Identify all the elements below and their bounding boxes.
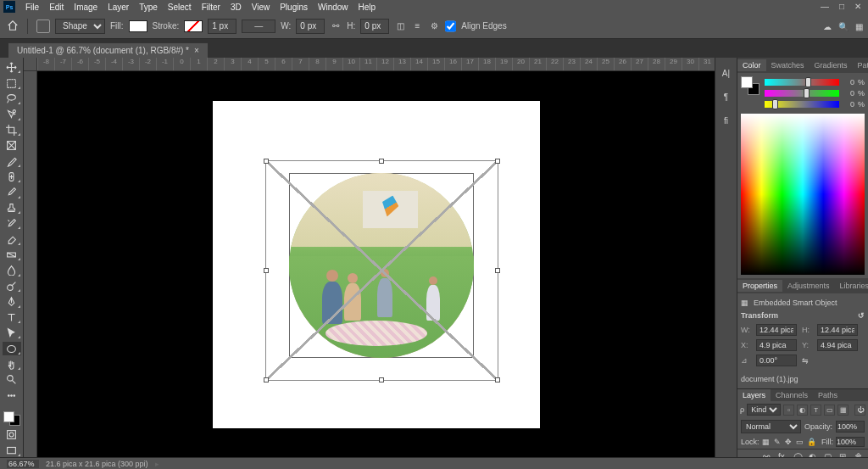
menu-filter[interactable]: Filter <box>197 3 225 12</box>
eraser-tool[interactable] <box>3 232 21 245</box>
tab-adjustments[interactable]: Adjustments <box>782 280 835 292</box>
marquee-tool[interactable] <box>3 76 21 89</box>
character-panel-icon[interactable]: A| <box>720 66 733 80</box>
link-wh-icon[interactable]: ⚯ <box>330 20 342 32</box>
edit-toolbar-icon[interactable] <box>3 389 21 402</box>
filter-shape-icon[interactable]: ▭ <box>824 405 835 416</box>
canvas[interactable] <box>213 101 540 428</box>
color-slider-0[interactable] <box>765 79 839 86</box>
menu-select[interactable]: Select <box>163 3 197 12</box>
foreground-color[interactable] <box>3 411 14 422</box>
type-tool[interactable] <box>3 311 21 324</box>
menu-window[interactable]: Window <box>313 3 353 12</box>
flip-h-icon[interactable]: ⇋ <box>802 356 809 365</box>
color-spectrum[interactable] <box>741 114 865 275</box>
menu-layer[interactable]: Layer <box>103 3 134 12</box>
lock-transparency-icon[interactable]: ▦ <box>762 437 771 447</box>
document-tab[interactable]: Untitled-1 @ 66.7% (document (1), RGB/8#… <box>8 42 208 58</box>
path-align-icon[interactable]: ≡ <box>411 20 423 32</box>
color-slider-1[interactable] <box>765 90 839 97</box>
screen-mode-icon[interactable] <box>3 444 21 456</box>
tab-libraries[interactable]: Libraries <box>835 280 868 292</box>
tab-channels[interactable]: Channels <box>771 389 813 401</box>
horizontal-ruler[interactable]: -8-7-6-5-4-3-2-1012345678910111213141516… <box>37 58 715 71</box>
tab-paths[interactable]: Paths <box>813 389 843 401</box>
menu-edit[interactable]: Edit <box>44 3 69 12</box>
crop-tool[interactable] <box>3 124 21 137</box>
path-ops-icon[interactable]: ◫ <box>394 20 406 32</box>
lock-position-icon[interactable]: ✥ <box>784 437 793 447</box>
gradient-tool[interactable] <box>3 248 21 261</box>
window-maximize-icon[interactable]: □ <box>839 2 844 11</box>
transform-handle-sw[interactable] <box>264 377 269 382</box>
doc-info[interactable]: 21.6 pica x 21.6 pica (300 ppi) <box>46 460 148 468</box>
selection-tool[interactable] <box>3 108 21 120</box>
menu-file[interactable]: File <box>20 3 44 12</box>
menu-plugins[interactable]: Plugins <box>275 3 313 12</box>
align-edges-checkbox[interactable] <box>445 19 456 34</box>
brush-tool[interactable] <box>3 186 21 198</box>
lock-artboard-icon[interactable]: ▭ <box>796 437 804 447</box>
pen-tool[interactable] <box>3 295 21 308</box>
transform-h-input[interactable] <box>817 324 858 336</box>
window-close-icon[interactable]: ✕ <box>854 2 861 11</box>
transform-handle-w[interactable] <box>264 268 269 273</box>
opacity-input[interactable] <box>836 421 865 433</box>
lasso-tool[interactable] <box>3 92 21 105</box>
transform-handle-e[interactable] <box>495 268 500 273</box>
foreground-background-swatch[interactable] <box>3 411 20 426</box>
ruler-origin[interactable] <box>24 58 37 71</box>
frame-tool[interactable] <box>3 139 21 152</box>
tab-swatches[interactable]: Swatches <box>766 59 810 71</box>
eyedropper-tool[interactable] <box>3 154 21 167</box>
transform-x-input[interactable] <box>756 339 797 351</box>
transform-box[interactable] <box>265 160 498 381</box>
vertical-ruler[interactable] <box>24 71 37 457</box>
blend-mode-select[interactable]: Normal <box>741 420 801 433</box>
fill-swatch[interactable] <box>129 20 147 32</box>
stroke-type-select[interactable]: — <box>242 20 275 33</box>
tab-close-icon[interactable]: × <box>194 46 199 55</box>
ellipse-tool[interactable] <box>3 342 21 355</box>
blur-tool[interactable] <box>3 264 21 276</box>
transform-handle-n[interactable] <box>379 159 384 164</box>
height-input[interactable] <box>360 19 389 34</box>
tool-preset-icon[interactable] <box>36 20 50 33</box>
zoom-tool[interactable] <box>3 373 21 386</box>
home-icon[interactable] <box>7 20 19 33</box>
tab-layers[interactable]: Layers <box>737 389 771 401</box>
hand-tool[interactable] <box>3 358 21 371</box>
tab-color[interactable]: Color <box>737 59 766 71</box>
stamp-tool[interactable] <box>3 202 21 215</box>
filter-kind-select[interactable]: Kind <box>747 404 781 416</box>
panel-color-swatch[interactable] <box>741 76 760 95</box>
tab-patterns[interactable]: Patterns <box>853 59 868 71</box>
transform-handle-nw[interactable] <box>264 159 269 164</box>
lock-all-icon[interactable]: 🔒 <box>807 437 816 447</box>
shape-mode-select[interactable]: Shape <box>55 19 105 34</box>
transform-handle-s[interactable] <box>379 377 384 382</box>
quick-mask-icon[interactable] <box>3 428 21 441</box>
fill-opacity-input[interactable] <box>836 437 865 447</box>
cloud-share-icon[interactable]: ☁ <box>823 22 832 31</box>
transform-w-input[interactable] <box>756 324 797 336</box>
dodge-tool[interactable] <box>3 280 21 293</box>
history-brush-tool[interactable] <box>3 217 21 230</box>
filter-type-icon[interactable]: T <box>810 405 821 416</box>
tab-properties[interactable]: Properties <box>737 280 782 292</box>
transform-y-input[interactable] <box>817 339 858 351</box>
menu-help[interactable]: Help <box>353 3 381 12</box>
color-slider-2[interactable] <box>765 101 839 108</box>
zoom-input[interactable] <box>7 460 39 468</box>
reset-icon[interactable]: ↺ <box>858 311 865 320</box>
menu-type[interactable]: Type <box>134 3 163 12</box>
transform-handle-se[interactable] <box>495 377 500 382</box>
path-select-tool[interactable] <box>3 327 21 339</box>
filter-pixel-icon[interactable]: ▫ <box>783 405 794 416</box>
width-input[interactable] <box>296 19 325 34</box>
transform-handle-ne[interactable] <box>495 159 500 164</box>
document-pasteboard[interactable] <box>37 71 715 457</box>
filter-adjust-icon[interactable]: ◐ <box>797 405 808 416</box>
paragraph-panel-icon[interactable]: ¶ <box>720 90 733 103</box>
workspace-icon[interactable]: ▦ <box>855 22 863 31</box>
